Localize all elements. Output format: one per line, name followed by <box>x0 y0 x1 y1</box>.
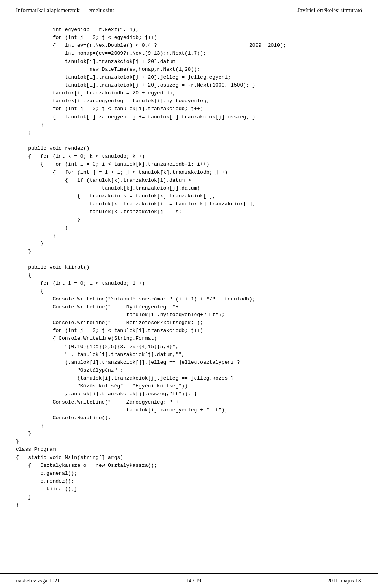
page-footer: írásbeli vizsga 1021 14 / 19 2011. május… <box>0 573 378 588</box>
code-block: int egyedidb = r.Next(1, 4); for (int j … <box>16 22 362 513</box>
footer-left: írásbeli vizsga 1021 <box>16 578 60 584</box>
page-header: Informatikai alapismeretek — emelt szint… <box>0 0 378 18</box>
page-container: Informatikai alapismeretek — emelt szint… <box>0 0 378 588</box>
footer-right: 2011. május 13. <box>327 578 362 584</box>
footer-center: 14 / 19 <box>186 578 201 584</box>
header-right: Javítási-értékelési útmutató <box>297 7 362 14</box>
main-content: int egyedidb = r.Next(1, 4); for (int j … <box>0 18 378 517</box>
header-left: Informatikai alapismeretek — emelt szint <box>16 7 114 14</box>
